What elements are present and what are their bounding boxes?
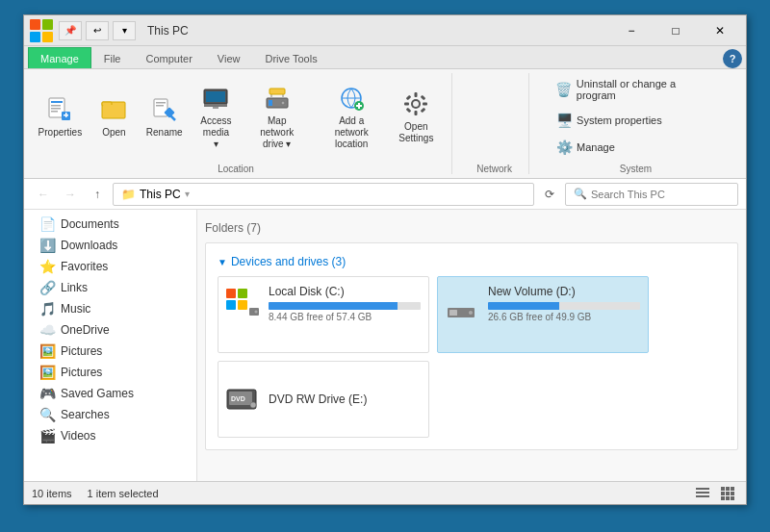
svg-rect-12: [156, 102, 166, 104]
svg-point-30: [413, 101, 419, 107]
forward-button[interactable]: →: [59, 183, 82, 206]
sidebar-item-savedgames[interactable]: 🎮 Saved Games: [24, 383, 196, 404]
drive-c-top: Local Disk (C:) 8.44 GB free of 57.4 GB: [226, 285, 421, 322]
sidebar-label-downloads: Downloads: [61, 239, 117, 252]
uninstall-icon: 🗑️: [555, 82, 573, 97]
access-media-button[interactable]: Accessmedia ▾: [192, 78, 239, 155]
svg-rect-34: [423, 103, 427, 106]
sidebar-item-downloads[interactable]: ⬇️ Downloads: [24, 235, 196, 256]
search-bar[interactable]: 🔍: [565, 183, 738, 206]
collapse-icon[interactable]: ▼: [218, 257, 227, 267]
open-button[interactable]: Open: [92, 89, 136, 143]
tab-file[interactable]: File: [91, 47, 134, 68]
folder-icon: 📁: [121, 188, 136, 201]
drive-c-icon: [226, 287, 261, 321]
window-logo: [28, 17, 55, 44]
map-network-button[interactable]: Map networkdrive ▾: [244, 78, 311, 155]
svg-rect-35: [406, 95, 412, 101]
list-view-button[interactable]: [692, 485, 713, 502]
refresh-button[interactable]: ⟳: [538, 183, 561, 206]
undo-btn[interactable]: ↩: [86, 21, 109, 40]
drive-c[interactable]: Local Disk (C:) 8.44 GB free of 57.4 GB: [218, 276, 429, 353]
quick-access-btn[interactable]: 📌: [59, 21, 82, 40]
svg-rect-47: [449, 310, 457, 316]
drive-d-free: 26.6 GB free of 49.9 GB: [488, 312, 640, 322]
drive-d[interactable]: New Volume (D:) 26.6 GB free of 49.9 GB: [437, 276, 649, 353]
sidebar-item-links[interactable]: 🔗 Links: [24, 277, 196, 298]
tab-drive-tools[interactable]: Drive Tools: [252, 47, 329, 68]
folders-bar: Folders (7): [205, 217, 738, 242]
more-btn[interactable]: ▾: [113, 21, 136, 40]
drive-d-top: New Volume (D:) 26.6 GB free of 49.9 GB: [446, 285, 640, 322]
svg-rect-64: [731, 496, 734, 500]
drive-d-progress-track: [488, 302, 640, 310]
open-settings-button[interactable]: OpenSettings: [393, 84, 440, 149]
help-button[interactable]: ?: [723, 49, 742, 68]
location-group-label: Location: [218, 164, 254, 174]
tab-manage[interactable]: Manage: [28, 47, 91, 68]
sidebar-item-music[interactable]: 🎵 Music: [24, 298, 196, 319]
uninstall-button[interactable]: 🗑️ Uninstall or change a program: [549, 73, 723, 106]
sidebar: 📄 Documents ⬇️ Downloads ⭐ Favorites 🔗 L…: [24, 210, 197, 481]
music-icon: 🎵: [39, 301, 55, 317]
details-view-button[interactable]: [717, 485, 738, 502]
svg-rect-1: [51, 101, 63, 103]
svg-rect-21: [269, 100, 272, 106]
svg-point-46: [469, 310, 474, 315]
properties-label: Properties: [38, 127, 83, 139]
svg-rect-36: [421, 95, 426, 101]
drive-c-progress-track: [269, 302, 421, 310]
system-props-label: System properties: [577, 114, 662, 126]
folders-label: Folders (7): [205, 221, 261, 235]
close-button[interactable]: ✕: [698, 15, 742, 46]
title-bar: 📌 ↩ ▾ This PC − □ ✕: [24, 15, 746, 46]
drive-e[interactable]: DVD DVD RW Drive (E:): [218, 361, 429, 438]
tab-computer[interactable]: Computer: [134, 47, 205, 68]
svg-rect-4: [51, 111, 58, 113]
properties-button[interactable]: Properties: [32, 89, 89, 143]
svg-rect-39: [226, 289, 236, 298]
svg-rect-59: [721, 492, 725, 495]
svg-rect-52: [696, 488, 709, 490]
svg-rect-62: [721, 496, 725, 500]
ribbon-group-network: Network: [472, 73, 529, 174]
address-bar[interactable]: 📁 This PC ▾: [113, 183, 534, 206]
sidebar-item-onedrive[interactable]: ☁️ OneDrive: [24, 319, 196, 341]
system-group-label: System: [620, 164, 652, 174]
add-network-button[interactable]: Add a networklocation: [315, 78, 389, 155]
sidebar-item-documents[interactable]: 📄 Documents: [24, 214, 196, 235]
sidebar-item-videos[interactable]: 🎬 Videos: [24, 425, 196, 446]
svg-rect-19: [213, 107, 218, 109]
rename-icon: [149, 94, 180, 125]
tab-view[interactable]: View: [205, 47, 253, 68]
svg-rect-41: [226, 300, 236, 310]
drive-c-progress-bar: [269, 302, 398, 310]
svg-rect-17: [206, 91, 225, 102]
sidebar-item-favorites[interactable]: ⭐ Favorites: [24, 256, 196, 277]
search-icon: 🔍: [574, 188, 587, 200]
open-label: Open: [102, 127, 125, 139]
manage-icon: ⚙️: [555, 139, 573, 155]
back-button[interactable]: ←: [32, 183, 55, 206]
minimize-button[interactable]: −: [609, 15, 654, 46]
sidebar-item-pictures-2[interactable]: 🖼️ Pictures: [24, 362, 196, 383]
rename-button[interactable]: Rename: [140, 89, 189, 143]
drive-e-name: DVD RW Drive (E:): [269, 393, 367, 406]
system-props-button[interactable]: 🖥️ System properties: [549, 108, 723, 133]
explorer-window: 📌 ↩ ▾ This PC − □ ✕ Manage File Computer…: [23, 14, 747, 505]
sidebar-item-pictures-1[interactable]: 🖼️ Pictures: [24, 341, 196, 362]
access-media-label: Accessmedia ▾: [199, 115, 232, 150]
svg-rect-10: [103, 105, 124, 117]
maximize-button[interactable]: □: [654, 15, 698, 46]
svg-rect-38: [421, 108, 426, 114]
drive-c-info: Local Disk (C:) 8.44 GB free of 57.4 GB: [269, 285, 421, 322]
up-button[interactable]: ↑: [86, 183, 109, 206]
address-dropdown-icon: ▾: [185, 189, 190, 199]
pictures-2-icon: 🖼️: [39, 365, 55, 380]
sidebar-item-searches[interactable]: 🔍 Searches: [24, 404, 196, 425]
search-input[interactable]: [591, 189, 730, 200]
map-network-icon: [262, 83, 293, 114]
svg-text:DVD: DVD: [231, 395, 245, 402]
manage-button[interactable]: ⚙️ Manage: [549, 135, 723, 160]
svg-rect-58: [731, 487, 734, 491]
